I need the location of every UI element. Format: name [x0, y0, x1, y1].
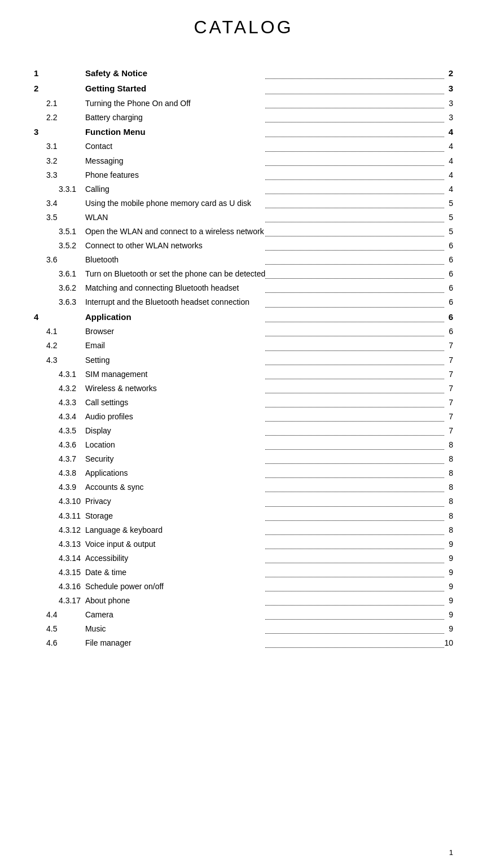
toc-page: 9	[444, 594, 453, 608]
toc-dots	[265, 537, 444, 551]
toc-number: 2.2	[34, 111, 81, 125]
toc-number: 3	[34, 125, 81, 140]
toc-text: Security	[81, 452, 265, 466]
toc-text: Matching and connecting Bluetooth headse…	[81, 281, 265, 295]
toc-number: 4.3.4	[34, 410, 81, 424]
toc-row: 4.3.2 Wireless & networks 7	[34, 382, 453, 396]
toc-row: 2.1 Turning the Phone On and Off 3	[34, 97, 453, 111]
table-of-contents: 1 Safety & Notice 2 2 Getting Started 3	[34, 66, 453, 650]
toc-number: 3.6.2	[34, 281, 81, 295]
toc-dots	[265, 281, 444, 295]
toc-number: 3.5.2	[34, 239, 81, 253]
toc-text: Calling	[81, 182, 265, 196]
toc-text: Setting	[81, 353, 265, 367]
toc-page: 4	[444, 182, 453, 196]
toc-number: 3.6.1	[34, 267, 81, 281]
toc-row: 4.3.9 Accounts & sync 8	[34, 480, 453, 494]
toc-row: 4.3.10 Privacy 8	[34, 494, 453, 508]
toc-text: Turning the Phone On and Off	[81, 97, 265, 111]
toc-number: 4.3.7	[34, 452, 81, 466]
toc-dots	[265, 622, 444, 636]
toc-number: 4.3.10	[34, 494, 81, 508]
toc-number: 3.5.1	[34, 225, 81, 239]
toc-page: 5	[444, 196, 453, 211]
toc-text: Location	[81, 438, 265, 452]
toc-text: Accounts & sync	[81, 480, 265, 494]
toc-row: 4.3.3 Call settings 7	[34, 396, 453, 410]
toc-number: 4.6	[34, 636, 81, 650]
toc-row: 4.2 Email 7	[34, 339, 453, 353]
toc-text: Interrupt and the Bluetooth headset conn…	[81, 295, 265, 309]
toc-dots	[265, 182, 444, 196]
toc-row: 3.3 Phone features 4	[34, 168, 453, 182]
toc-number: 4.3.1	[34, 367, 81, 382]
toc-page: 9	[444, 537, 453, 551]
toc-dots	[265, 410, 444, 424]
toc-page: 6	[444, 253, 453, 267]
toc-page: 2	[444, 66, 453, 81]
toc-text: Using the mobile phone memory card as U …	[81, 196, 265, 211]
toc-dots	[265, 66, 444, 81]
toc-number: 4.4	[34, 608, 81, 622]
toc-number: 4.5	[34, 622, 81, 636]
toc-page: 7	[444, 339, 453, 353]
toc-number: 4.3.15	[34, 565, 81, 580]
toc-text: Function Menu	[81, 125, 265, 140]
toc-page: 6	[444, 295, 453, 309]
toc-dots	[265, 452, 444, 466]
toc-row: 4 Application 6	[34, 310, 453, 325]
toc-number: 4	[34, 310, 81, 325]
toc-text: Call settings	[81, 396, 265, 410]
toc-row: 1 Safety & Notice 2	[34, 66, 453, 81]
toc-text: Schedule power on/off	[81, 580, 265, 594]
toc-row: 3.3.1 Calling 4	[34, 182, 453, 196]
toc-dots	[265, 438, 444, 452]
page-footer-number: 1	[449, 848, 453, 857]
toc-row: 4.3.5 Display 7	[34, 424, 453, 438]
toc-row: 3.6.1 Turn on Bluetooth or set the phone…	[34, 267, 453, 281]
toc-number: 4.3.2	[34, 382, 81, 396]
toc-row: 4.3.7 Security 8	[34, 452, 453, 466]
toc-row: 4.3.17 About phone 9	[34, 594, 453, 608]
toc-dots	[265, 580, 444, 594]
toc-page: 8	[444, 509, 453, 523]
toc-number: 4.3.11	[34, 509, 81, 523]
toc-page: 9	[444, 551, 453, 565]
toc-number: 1	[34, 66, 81, 81]
toc-row: 4.3.6 Location 8	[34, 438, 453, 452]
toc-dots	[265, 551, 444, 565]
toc-number: 3.6.3	[34, 295, 81, 309]
toc-page: 8	[444, 466, 453, 480]
toc-text: Application	[81, 310, 265, 325]
toc-dots	[265, 253, 444, 267]
toc-text: Date & time	[81, 565, 265, 580]
toc-text: Bluetooth	[81, 253, 265, 267]
toc-number: 4.3.3	[34, 396, 81, 410]
toc-page: 9	[444, 565, 453, 580]
toc-page: 3	[444, 111, 453, 125]
toc-row: 3.5 WLAN 5	[34, 211, 453, 225]
toc-number: 4.1	[34, 325, 81, 339]
toc-page: 8	[444, 480, 453, 494]
toc-dots	[265, 97, 444, 111]
toc-page: 8	[444, 452, 453, 466]
toc-text: Getting Started	[81, 81, 265, 97]
toc-dots	[265, 225, 444, 239]
toc-dots	[265, 367, 444, 382]
toc-dots	[265, 494, 444, 508]
page-title: CATALOG	[34, 17, 453, 38]
toc-text: Battery charging	[81, 111, 265, 125]
toc-number: 3.1	[34, 139, 81, 154]
toc-row: 3.6.2 Matching and connecting Bluetooth …	[34, 281, 453, 295]
toc-row: 3.4 Using the mobile phone memory card a…	[34, 196, 453, 211]
toc-page: 6	[444, 267, 453, 281]
toc-number: 4.3.6	[34, 438, 81, 452]
toc-page: 5	[444, 211, 453, 225]
toc-row: 4.3.13 Voice input & output 9	[34, 537, 453, 551]
toc-page: 7	[444, 353, 453, 367]
toc-dots	[265, 325, 444, 339]
toc-text: Browser	[81, 325, 265, 339]
toc-page: 7	[444, 367, 453, 382]
toc-dots	[265, 310, 444, 325]
toc-number: 3.2	[34, 154, 81, 168]
